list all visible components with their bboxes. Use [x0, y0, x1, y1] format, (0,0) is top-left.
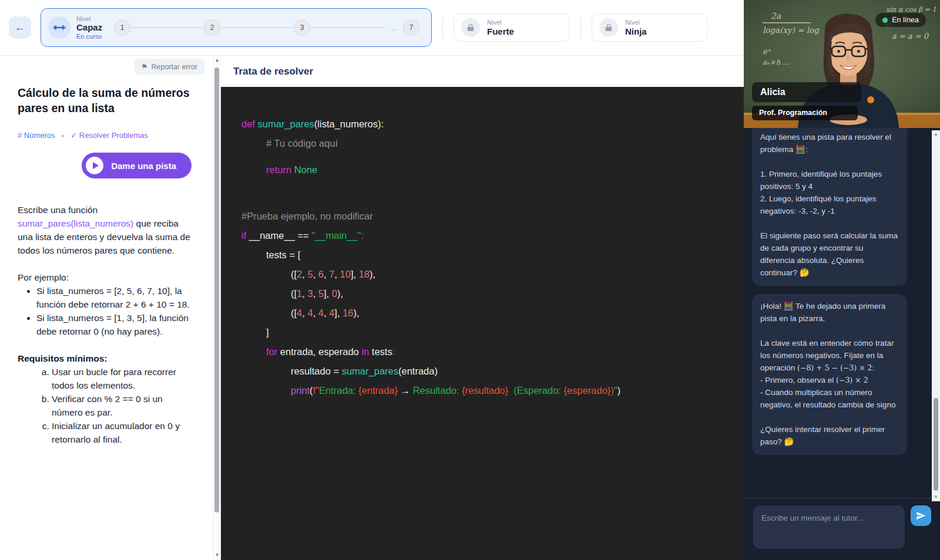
- level-card-capaz[interactable]: Nivel Capaz En curso 123...7: [41, 8, 432, 47]
- level-card-fuerte[interactable]: Nivel Fuerte: [454, 14, 570, 42]
- code-token-fs: {esperado}): [564, 385, 614, 396]
- tag-resolver-problemas[interactable]: ✓ Resolver Problemas: [70, 131, 148, 140]
- step-connector-line: [130, 27, 204, 28]
- code-token-pl: entrada, esperado: [280, 346, 362, 357]
- code-line: ]: [241, 324, 734, 341]
- code-token-pl: ],: [324, 288, 332, 299]
- message-paragraph: ¿Quieres intentar resolver el primer pas…: [760, 423, 899, 448]
- scroll-down-arrow[interactable]: ▼: [932, 494, 940, 500]
- level-text-block: Nivel Fuerte: [487, 19, 520, 36]
- code-token-kw: :: [361, 230, 364, 241]
- dumbbell-icon: [48, 16, 70, 39]
- code-token-pl: ],: [351, 269, 359, 279]
- code-token-pl: tests: [372, 346, 392, 357]
- code-token-pl: ,: [313, 308, 318, 318]
- scroll-down-arrow[interactable]: ▼: [213, 552, 221, 558]
- code-token-num: 3: [307, 288, 313, 299]
- code-line: ([1, 3, 5], 0),: [241, 285, 734, 302]
- chat-input-row: [744, 498, 940, 560]
- hint-button-label: Dame una pista: [111, 161, 176, 171]
- code-token-num: 0: [332, 288, 337, 299]
- message-paragraph: Aquí tienes una pista para resolver el p…: [760, 131, 899, 156]
- back-arrow-icon: ←: [15, 21, 26, 34]
- message-text: - Cuando multiplicas un número negativo,…: [760, 388, 895, 409]
- step-circle[interactable]: 7: [403, 19, 419, 36]
- editor-column: Trata de resolver def sumar_pares(lista_…: [221, 56, 744, 560]
- code-editor[interactable]: def sumar_pares(lista_numeros):# Tu códi…: [221, 87, 744, 560]
- chat-message: ¡Hola! 🧮 Te he dejado una primera pista …: [752, 294, 907, 455]
- left-scrollbar-thumb[interactable]: [214, 68, 219, 512]
- message-text: Aquí tienes una pista para resolver el p…: [760, 133, 891, 154]
- message-input[interactable]: [753, 505, 905, 549]
- code-token-nn: None: [294, 164, 317, 175]
- topbar-divider: [580, 17, 581, 38]
- code-line: resultado = sumar_pares(entrada): [241, 363, 734, 380]
- level-card-ninja[interactable]: Nivel Ninja: [592, 14, 708, 42]
- step-circle[interactable]: 3: [294, 19, 310, 36]
- send-button[interactable]: [911, 505, 931, 526]
- problem-title: Cálculo de la suma de números pares en u…: [18, 85, 192, 116]
- left-scrollbar[interactable]: ▲ ▼: [213, 56, 221, 560]
- problem-description: Escribe una función sumar_pares(lista_nu…: [18, 203, 192, 446]
- back-button[interactable]: ←: [9, 16, 31, 39]
- message-paragraph: 2. Luego, identifiqué los puntajes negat…: [760, 193, 899, 217]
- code-token-pl: ]: [266, 327, 269, 338]
- tag-numeros[interactable]: # Números: [18, 131, 55, 140]
- message-text: - Primero, observa el: [760, 376, 836, 384]
- example-list: Si lista_numeros = [2, 5, 6, 7, 10], la …: [18, 284, 192, 338]
- editor-header: Trata de resolver: [221, 56, 744, 87]
- step-circle[interactable]: 1: [114, 19, 130, 36]
- code-token-kw: for: [266, 346, 280, 357]
- code-blank-line: [241, 181, 734, 208]
- level-text-block: Nivel Ninja: [625, 19, 658, 36]
- problem-panel: ⚑ Reportar error Cálculo de la suma de n…: [0, 56, 213, 560]
- scroll-up-arrow[interactable]: ▲: [932, 131, 940, 137]
- message-text: ¡Hola! 🧮 Te he dejado una primera pista …: [760, 302, 885, 323]
- hint-button[interactable]: Dame una pista: [82, 153, 192, 178]
- level-text-block: Nivel Capaz En curso: [76, 15, 109, 41]
- code-line: ([4, 4, 4, 4], 16),: [241, 305, 734, 322]
- message-paragraph: La clave está en entender cómo tratar lo…: [760, 337, 899, 374]
- code-token-pl: (lista_numeros):: [314, 119, 384, 129]
- chat-scrollbar-thumb[interactable]: [934, 398, 938, 491]
- code-token-kw: def: [241, 119, 258, 129]
- example-item: Si lista_numeros = [1, 3, 5], la función…: [36, 311, 192, 338]
- code-token-pl: __name__ ==: [249, 230, 311, 241]
- function-signature-text: sumar_pares(lista_numeros): [18, 218, 133, 228]
- step-circle[interactable]: 2: [204, 19, 220, 36]
- code-token-pl: ),: [337, 288, 343, 299]
- code-token-pl: ,: [313, 288, 318, 299]
- report-error-button[interactable]: ⚑ Reportar error: [134, 59, 204, 75]
- online-dot-icon: [882, 18, 888, 23]
- code-blank-line: [241, 154, 734, 161]
- code-token-kw: if: [241, 230, 249, 241]
- report-error-label: Reportar error: [152, 63, 198, 71]
- code-token-num: 1: [297, 288, 302, 299]
- requirements-list: Usar un bucle for para recorrer todos lo…: [18, 365, 192, 446]
- chat-messages: Aquí tienes una pista para resolver el p…: [744, 128, 940, 498]
- code-token-pl: resultado =: [291, 366, 342, 376]
- step-connector-line: [220, 27, 294, 28]
- code-token-pl: tests = [: [266, 249, 300, 260]
- requirement-item: Usar un bucle for para recorrer todos lo…: [52, 365, 192, 392]
- code-token-cm: #Prueba ejemplo, no modificar: [241, 211, 373, 221]
- message-text: El siguiente paso será calcular la suma …: [760, 231, 898, 277]
- math-expression: (−8) + 5 − (−3) × 2: [797, 363, 872, 372]
- level-name: Ninja: [625, 26, 658, 36]
- code-line: ([2, 5, 6, 7, 10], 18),: [241, 266, 734, 283]
- topbar-divider: [442, 17, 443, 38]
- message-text: ¿Quieres intentar resolver el primer pas…: [760, 425, 885, 446]
- code-token-pl: (entrada): [398, 366, 438, 376]
- level-label: Nivel: [487, 19, 520, 26]
- svg-text:loga(xy) = log: loga(xy) = log: [763, 25, 820, 35]
- level-label: Nivel: [76, 15, 109, 23]
- code-token-num: 6: [318, 269, 324, 279]
- code-token-pl: ,: [324, 308, 329, 318]
- chat-scrollbar[interactable]: ▲ ▼: [932, 130, 940, 501]
- code-token-kw: in: [361, 346, 371, 357]
- editor-header-title: Trata de resolver: [233, 66, 313, 77]
- intro-text: Escribe una función: [18, 205, 98, 215]
- scroll-up-arrow[interactable]: ▲: [213, 58, 221, 63]
- code-token-str: (Esperado:: [508, 385, 563, 396]
- code-token-cm: # Tu código aquí: [266, 138, 338, 149]
